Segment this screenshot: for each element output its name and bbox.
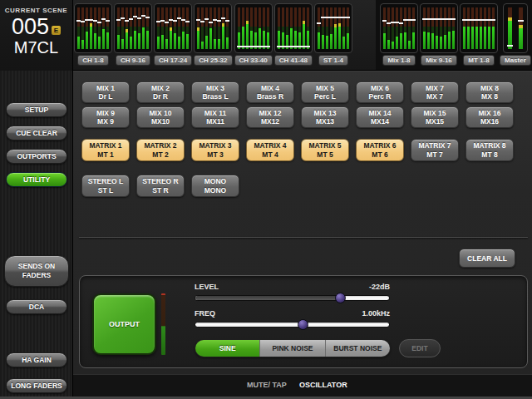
meter-bar bbox=[475, 7, 478, 49]
bus-button[interactable]: MATRIX 4MT 4 bbox=[246, 139, 294, 161]
bus-row-mix-1-8: MIX 1Dr LMIX 2Dr RMIX 3Brass LMIX 4Brass… bbox=[81, 81, 514, 103]
level-slider[interactable] bbox=[195, 295, 390, 301]
bus-button[interactable]: MATRIX 6MT 6 bbox=[356, 139, 404, 161]
waveform-sine-button[interactable]: SINE bbox=[195, 340, 259, 357]
bus-button-name: MIX 6 bbox=[371, 84, 389, 93]
sidebar-item-utility[interactable]: UTILITY bbox=[6, 172, 67, 187]
edit-button[interactable]: EDIT bbox=[399, 339, 441, 357]
freq-slider-knob[interactable] bbox=[298, 319, 308, 330]
bus-button[interactable]: MIX 3Brass L bbox=[191, 81, 239, 103]
current-scene-panel[interactable]: CURRENT SCENE 005 E M7CL bbox=[0, 0, 73, 71]
fader-position-mark bbox=[81, 21, 85, 22]
bus-button[interactable]: MIX 8MX 8 bbox=[466, 81, 514, 103]
meter-bar-fill bbox=[94, 33, 96, 49]
meter-bank-label[interactable]: CH 1-8 bbox=[77, 55, 108, 66]
meter-bar bbox=[174, 7, 176, 49]
meter-bank-label[interactable]: CH 9-16 bbox=[116, 55, 150, 66]
meter-bank-label[interactable]: CH 33-40 bbox=[234, 55, 273, 66]
meter-bars bbox=[117, 7, 149, 49]
bus-button-patch: Perc L bbox=[314, 92, 336, 101]
oscillator-output-button[interactable]: OUTPUT bbox=[92, 293, 156, 355]
bus-button[interactable]: MIX 4Brass R bbox=[246, 81, 294, 103]
meter-bar bbox=[278, 7, 280, 49]
meter-bar-fill bbox=[347, 33, 349, 49]
waveform-pink-noise-button[interactable]: PINK NOISE bbox=[259, 340, 324, 357]
sidebar-item-ha-gain[interactable]: HA GAIN bbox=[6, 352, 67, 367]
bus-button-patch: Dr L bbox=[99, 92, 113, 101]
bus-button[interactable]: MATRIX 2MT 2 bbox=[136, 139, 185, 161]
meter-bank-label[interactable]: CH 17-24 bbox=[154, 55, 192, 66]
tab-mute-tap[interactable]: MUTE/ TAP bbox=[247, 381, 287, 389]
bus-button-patch: MX 8 bbox=[481, 92, 498, 101]
bus-button[interactable]: MATRIX 8MT 8 bbox=[466, 139, 514, 161]
bus-button[interactable]: MATRIX 1MT 1 bbox=[81, 139, 130, 161]
bus-button[interactable]: MIX 15MX15 bbox=[411, 106, 459, 128]
bus-button[interactable]: MIX 9MX 9 bbox=[81, 106, 130, 128]
sidebar-item-outports[interactable]: OUTPORTS bbox=[6, 149, 67, 164]
sidebar-item-dca[interactable]: DCA bbox=[6, 299, 67, 314]
bus-button-patch: Brass R bbox=[257, 92, 283, 101]
bus-button[interactable]: MONOMONO bbox=[191, 175, 239, 197]
meter-block bbox=[194, 3, 232, 53]
bus-button-patch: Brass L bbox=[202, 92, 228, 101]
meter-bar-fill bbox=[178, 37, 180, 49]
meter-bar bbox=[205, 7, 208, 49]
meter-bank-label[interactable]: CH 25-32 bbox=[194, 55, 232, 66]
fader-position-mark bbox=[306, 46, 310, 47]
meter-bar bbox=[146, 7, 149, 49]
bus-button[interactable]: MIX 7MX 7 bbox=[411, 81, 459, 103]
bottom-tab-bar: MUTE/ TAP OSCILLATOR bbox=[73, 374, 532, 397]
bus-button[interactable]: STEREO LST L bbox=[81, 175, 130, 197]
meter-bank: Master bbox=[500, 3, 531, 66]
clear-all-button[interactable]: CLEAR ALL bbox=[459, 249, 515, 268]
bus-button[interactable]: MIX 12MX12 bbox=[246, 106, 294, 128]
bus-button[interactable]: MIX 14MX14 bbox=[356, 106, 404, 128]
bus-button[interactable]: MATRIX 7MT 7 bbox=[411, 139, 459, 161]
meter-bars bbox=[383, 7, 415, 49]
meter-bar bbox=[117, 7, 120, 49]
bus-button[interactable]: MIX 10MX10 bbox=[136, 106, 185, 128]
sidebar-item-sends-on-faders[interactable]: SENDS ON FADERS bbox=[4, 255, 69, 287]
tab-oscillator[interactable]: OSCILLATOR bbox=[299, 381, 347, 389]
meter-bank-label[interactable]: CH 41-48 bbox=[274, 55, 313, 66]
meter-bar bbox=[106, 7, 109, 49]
sidebar-item-setup[interactable]: SETUP bbox=[6, 102, 67, 117]
level-slider-knob[interactable] bbox=[335, 293, 346, 303]
bus-button-name: MIX 5 bbox=[316, 84, 334, 93]
fader-position-mark bbox=[217, 20, 221, 22]
meter-bank-label[interactable]: ST 1-4 bbox=[318, 55, 348, 66]
meter-bar bbox=[246, 7, 249, 49]
bus-button[interactable]: MIX 1Dr L bbox=[81, 81, 130, 103]
meter-bank-label[interactable]: Master bbox=[500, 55, 531, 66]
sidebar-item-cue-clear[interactable]: CUE CLEAR bbox=[6, 126, 67, 140]
meter-bar-fill bbox=[330, 34, 332, 49]
bus-button[interactable]: MATRIX 5MT 5 bbox=[301, 139, 349, 161]
bus-button-patch: MT 5 bbox=[317, 150, 332, 160]
meter-bar-fill bbox=[182, 32, 185, 49]
meter-block bbox=[460, 3, 498, 53]
meter-bar bbox=[342, 7, 345, 49]
bus-button[interactable]: MIX 13MX13 bbox=[301, 106, 349, 128]
freq-slider[interactable] bbox=[195, 322, 390, 328]
meter-bank-label[interactable]: Mix 9-16 bbox=[421, 55, 457, 66]
bus-button[interactable]: MIX 11MX11 bbox=[191, 106, 239, 128]
meter-bank: CH 9-16 bbox=[114, 3, 152, 66]
meter-bank: ST 1-4 bbox=[314, 3, 352, 66]
bus-button[interactable]: MATRIX 3MT 3 bbox=[191, 139, 239, 161]
sidebar-item-long-faders[interactable]: LONG FADERS bbox=[6, 378, 67, 393]
fader-position-mark bbox=[129, 18, 133, 20]
waveform-burst-noise-button[interactable]: BURST NOISE bbox=[325, 340, 390, 357]
meter-block bbox=[314, 3, 352, 53]
bus-button-patch: MX13 bbox=[316, 117, 334, 126]
meter-bar bbox=[222, 7, 224, 49]
bus-button[interactable]: MIX 2Dr R bbox=[136, 81, 185, 103]
meter-bar bbox=[290, 7, 293, 49]
bus-button[interactable]: MIX 5Perc L bbox=[301, 81, 349, 103]
bus-button[interactable]: STEREO RST R bbox=[136, 175, 185, 197]
fader-position-mark bbox=[225, 20, 229, 22]
bus-button-patch: ST R bbox=[152, 186, 168, 195]
bus-button[interactable]: MIX 6Perc R bbox=[356, 81, 404, 103]
meter-bank-label[interactable]: MT 1-8 bbox=[463, 55, 494, 66]
bus-button[interactable]: MIX 16MX16 bbox=[466, 106, 514, 128]
meter-bank-label[interactable]: Mix 1-8 bbox=[382, 55, 415, 66]
